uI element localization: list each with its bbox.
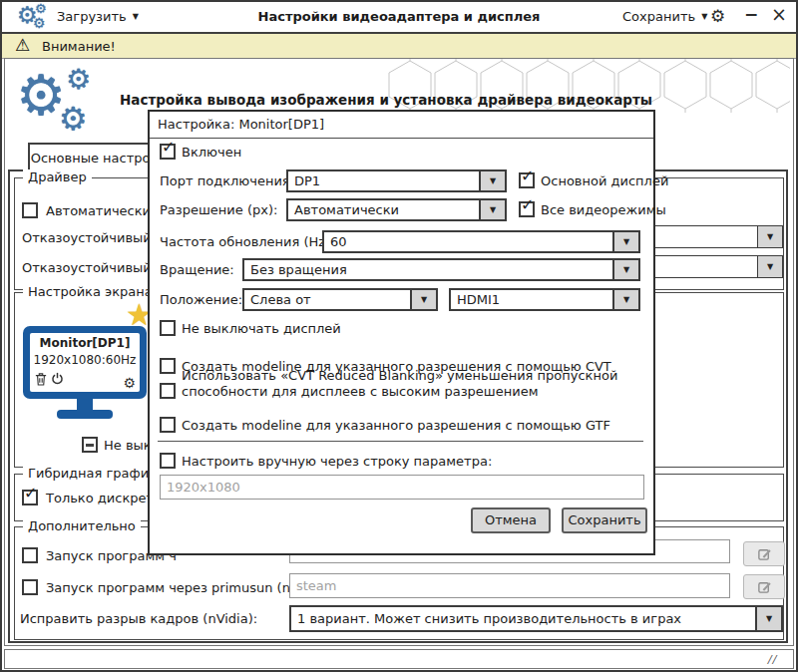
dropdown-arrow-icon: ▼: [612, 260, 638, 279]
edit-pencil-icon: [757, 546, 772, 561]
all-modes-label: Все видеорежимы: [541, 202, 666, 217]
title-bar: ⚙ ⚙ ⚙ Загрузить▼ Настройки видеоадаптера…: [2, 2, 796, 34]
hexagon-pattern-decoration: [387, 59, 790, 117]
rotation-select[interactable]: Без вращения ▼: [242, 258, 640, 281]
gtf-checkbox[interactable]: [160, 417, 176, 433]
rotation-value: Без вращения: [244, 261, 612, 278]
failsafe-driver-value-1: [652, 236, 757, 238]
dialog-keep-on-label: Не выключать дисплей: [182, 321, 341, 336]
edit-pencil-icon: [757, 579, 772, 594]
settings-gear-button[interactable]: ⚙: [710, 6, 725, 26]
failsafe-driver-value-2: [652, 266, 757, 268]
port-label: Порт подключения:: [160, 173, 294, 188]
monitor-gear-icon[interactable]: ⚙: [123, 376, 136, 390]
dropdown-arrow-icon: ▼: [479, 200, 505, 219]
enabled-label: Включен: [182, 145, 241, 160]
dropdown-arrow-icon: ▼: [612, 232, 638, 251]
run-env-checkbox[interactable]: [22, 547, 38, 563]
tearing-select[interactable]: 1 вариант. Может снизить производительно…: [289, 605, 783, 632]
group-extra-legend: Дополнительно: [23, 518, 141, 533]
refresh-select[interactable]: 60 ▼: [322, 230, 640, 253]
run-primus-edit-button[interactable]: [743, 574, 785, 599]
dropdown-arrow-icon: ▼: [410, 290, 436, 309]
gtf-label: Создать modeline для указанного разрешен…: [182, 418, 610, 433]
primary-display-label: Основной дисплей: [541, 173, 668, 188]
warning-icon: ⚠: [15, 35, 30, 55]
refresh-value: 60: [324, 233, 612, 250]
port-select[interactable]: DP1 ▼: [286, 169, 507, 192]
dropdown-arrow-icon: ▼: [755, 607, 781, 630]
page-logo-gear-small-icon: ⚙: [66, 66, 91, 94]
dialog-title: Настройка: Monitor[DP1]: [158, 117, 324, 132]
dropdown-arrow-icon: ▼: [479, 171, 505, 190]
run-primus-input[interactable]: [289, 573, 730, 598]
all-modes-checkbox[interactable]: ✓: [519, 201, 535, 217]
dialog-title-separator: [150, 138, 653, 139]
manual-label: Настроить вручную через строку параметра…: [182, 454, 492, 469]
resolution-label: Разрешение (px):: [160, 202, 277, 217]
resolution-select[interactable]: Автоматически ▼: [286, 198, 507, 221]
save-menu[interactable]: Сохранить▼: [622, 9, 707, 24]
trash-icon[interactable]: [35, 371, 47, 390]
position-select[interactable]: Слева от ▼: [242, 288, 438, 311]
monitor-name: Monitor[DP1]: [30, 336, 140, 350]
resize-grip-icon[interactable]: //: [766, 653, 778, 666]
tearing-value: 1 вариант. Может снизить производительно…: [291, 610, 755, 627]
position-target-value: HDMI1: [451, 291, 612, 308]
refresh-label: Частота обновления (Hz):: [160, 234, 335, 249]
dropdown-arrow-icon: ▼: [757, 226, 782, 247]
app-window: ⚙ ⚙ ⚙ Загрузить▼ Настройки видеоадаптера…: [0, 0, 798, 672]
cvt-checkbox[interactable]: [160, 358, 176, 374]
check-icon: ✓: [24, 484, 37, 503]
save-button[interactable]: Сохранить: [562, 507, 647, 533]
dropdown-arrow-icon: ▼: [612, 290, 638, 309]
save-menu-label: Сохранить: [622, 9, 695, 24]
tearing-label: Исправить разрыв кадров (nVidia):: [20, 611, 257, 626]
failsafe-driver-select-1[interactable]: ▼: [651, 225, 783, 248]
cvt-rb-checkbox[interactable]: [160, 383, 176, 399]
page-logo-gear-small2-icon: ⚙: [59, 103, 88, 135]
caret-down-icon: ▼: [701, 12, 707, 21]
check-icon: ✓: [521, 195, 534, 214]
status-bar: //: [4, 649, 794, 669]
group-driver-legend: Драйвер: [23, 169, 92, 184]
position-label: Положение:: [160, 292, 242, 307]
monitor-mode: 1920x1080:60Hz: [30, 353, 140, 367]
minimize-button[interactable]: −: [744, 4, 758, 24]
check-icon: ✓: [162, 138, 175, 157]
resolution-value: Автоматически: [288, 201, 479, 218]
monitor-stand-base: [57, 410, 113, 419]
discrete-only-checkbox[interactable]: ✓: [22, 490, 38, 505]
run-primus-checkbox[interactable]: [22, 579, 38, 595]
warning-banner[interactable]: ⚠ Внимание!: [2, 34, 796, 59]
run-env-edit-button[interactable]: [743, 541, 785, 566]
power-icon[interactable]: [51, 371, 64, 390]
manual-mode-input[interactable]: [160, 475, 644, 500]
rotation-label: Вращение:: [160, 262, 234, 277]
dialog-keep-on-checkbox[interactable]: [160, 320, 176, 336]
failsafe-driver-select-2[interactable]: ▼: [651, 255, 783, 278]
check-icon: ✓: [521, 167, 534, 185]
auto-driver-checkbox[interactable]: [22, 202, 38, 218]
page-title: Настройка вывода изображения и установка…: [120, 92, 652, 108]
dropdown-arrow-icon: ▼: [757, 256, 782, 277]
enabled-checkbox[interactable]: ✓: [160, 144, 176, 160]
warning-text: Внимание!: [42, 39, 116, 54]
position-value: Слева от: [244, 291, 410, 308]
cancel-button[interactable]: Отмена: [471, 507, 551, 533]
monitor-settings-dialog: Настройка: Monitor[DP1] ✓ Включен Порт п…: [148, 110, 655, 555]
position-target-select[interactable]: HDMI1 ▼: [449, 288, 640, 311]
dialog-divider: [158, 441, 643, 442]
primary-display-checkbox[interactable]: ✓: [519, 172, 535, 188]
close-button[interactable]: ×: [771, 3, 787, 25]
monitor-widget[interactable]: Monitor[DP1] 1920x1080:60Hz ⚙: [23, 326, 147, 399]
cvt-rb-label: Использовать «CVT Reduced Blanking» умен…: [182, 368, 642, 400]
monitor-screen: Monitor[DP1] 1920x1080:60Hz ⚙: [30, 333, 140, 392]
keep-on-checkbox[interactable]: [82, 437, 98, 453]
port-value: DP1: [288, 172, 479, 189]
manual-checkbox[interactable]: [160, 453, 176, 469]
